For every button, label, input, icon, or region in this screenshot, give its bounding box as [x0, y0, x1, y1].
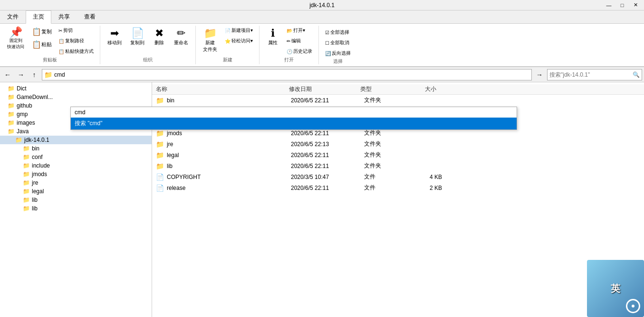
paste-shortcut-button[interactable]: 📋 粘贴快捷方式 [56, 47, 96, 56]
paste-button[interactable]: 📋 粘贴 [29, 39, 55, 50]
header-name[interactable]: 名称 [156, 85, 289, 93]
file-type: 文件 [364, 184, 402, 192]
new-item-button[interactable]: 📄 新建项目▾ [222, 26, 255, 35]
open-buttons: ℹ 属性 📂 打开▾ ✏ 编辑 🕐 历史记录 [263, 26, 315, 57]
scissors-icon: ✂ [58, 28, 62, 33]
forward-button[interactable]: → [15, 69, 27, 80]
tab-view[interactable]: 查看 [77, 10, 103, 23]
edit-button[interactable]: ✏ 编辑 [284, 36, 315, 46]
file-type: 文件夹 [364, 162, 402, 170]
file-type: 文件夹 [364, 96, 402, 104]
invert-selection-button[interactable]: 🔄 反向选择 [323, 49, 353, 58]
folder-icon: 📁 [23, 171, 30, 178]
copy-path-button[interactable]: 📋 复制路径 [56, 36, 96, 46]
sidebar-item-jdk[interactable]: 📁 jdk-14.0.1 [0, 136, 152, 144]
maximize-button[interactable]: □ [615, 0, 629, 10]
header-size[interactable]: 大小 [398, 85, 436, 93]
minimize-button[interactable]: — [602, 0, 615, 10]
new-folder-button[interactable]: 📁 新建文件夹 [200, 26, 221, 54]
refresh-button[interactable]: → [534, 69, 545, 80]
cut-button[interactable]: ✂ 剪切 [56, 26, 96, 35]
folder-icon: 📁 [23, 162, 30, 169]
new-label: 新建 [223, 57, 232, 64]
open-button[interactable]: 📂 打开▾ [284, 26, 315, 35]
clipboard-label: 剪贴板 [43, 57, 57, 64]
folder-icon: 📁 [156, 162, 164, 170]
back-button[interactable]: ← [2, 69, 13, 80]
sidebar-item-jre[interactable]: 📁 jre [0, 178, 152, 187]
sidebar-item-legal[interactable]: 📁 legal [0, 187, 152, 196]
address-input[interactable] [54, 71, 529, 78]
paste-shortcut-icon: 📋 [58, 49, 64, 54]
file-date: 2020/3/5 10:47 [291, 174, 362, 180]
file-date: 2020/6/5 22:11 [291, 152, 362, 158]
history-button[interactable]: 🕐 历史记录 [284, 47, 315, 56]
select-none-button[interactable]: ☐ 全部取消 [323, 38, 352, 48]
file-date: 2020/6/5 22:11 [291, 130, 362, 137]
file-date: 2020/6/5 22:11 [291, 163, 362, 169]
close-button[interactable]: ✕ [629, 0, 642, 10]
sidebar-item-jmods[interactable]: 📁 jmods [0, 170, 152, 178]
folder-icon: 📁 [8, 119, 15, 126]
sidebar-item-bin[interactable]: 📁 bin [0, 144, 152, 153]
properties-button[interactable]: ℹ 属性 [263, 26, 282, 48]
file-type: 文件夹 [364, 140, 402, 148]
tab-home[interactable]: 主页 [26, 10, 51, 24]
move-icon: ➡ [110, 27, 119, 40]
pin-quick-access-button[interactable]: 📌 固定到快速访问 [4, 26, 28, 51]
ribbon-tabs: 文件 主页 共享 查看 [0, 10, 644, 24]
search-input[interactable] [549, 71, 633, 78]
sidebar-item-conf[interactable]: 📁 conf [0, 153, 152, 161]
address-bar: ← → ↑ 📁 → 🔍 [0, 67, 644, 82]
table-row[interactable]: 📁 legal 2020/6/5 22:11 文件夹 [152, 149, 644, 160]
file-size: 4 KB [404, 174, 442, 180]
up-button[interactable]: ↑ [29, 69, 40, 80]
file-type: 文件夹 [364, 151, 402, 159]
autocomplete-dropdown: cmd 搜索 "cmd" [70, 107, 517, 130]
tab-share[interactable]: 共享 [51, 10, 77, 23]
folder-icon: 📁 [23, 145, 30, 152]
clipboard-buttons: 📌 固定到快速访问 📋 复制 📋 粘贴 ✂ 剪切 [4, 26, 96, 57]
file-date: 2020/6/5 22:11 [291, 97, 362, 104]
sidebar-item-gamedownl[interactable]: 📁 GameDownl... [0, 93, 152, 101]
file-size: 2 KB [404, 185, 442, 191]
copy-to-button[interactable]: 📄 复制到 [127, 26, 148, 48]
copy-icon: 📋 [32, 27, 41, 36]
file-name: 📄 release [156, 184, 289, 192]
select-label: 选择 [333, 58, 343, 66]
table-row[interactable]: 📁 jre 2020/6/5 22:13 文件夹 [152, 139, 644, 149]
table-row[interactable]: 📄 COPYRIGHT 2020/3/5 10:47 文件 4 KB [152, 171, 644, 182]
organize-label: 组织 [143, 57, 153, 64]
tab-file[interactable]: 文件 [0, 10, 26, 23]
file-icon: 📄 [156, 173, 164, 181]
autocomplete-item-cmd[interactable]: cmd [71, 107, 517, 118]
sidebar-item-lib2[interactable]: 📁 lib [0, 204, 152, 213]
rename-button[interactable]: ✏ 重命名 [171, 26, 192, 48]
copy-button[interactable]: 📋 复制 [29, 26, 55, 38]
sidebar-item-dict[interactable]: 📁 Dict [0, 84, 152, 93]
copy-to-icon: 📄 [131, 27, 144, 40]
delete-button[interactable]: ✖ 删除 [150, 26, 169, 48]
open-label: 打开 [284, 57, 294, 64]
folder-icon: 📁 [156, 151, 164, 159]
sidebar-item-include[interactable]: 📁 include [0, 161, 152, 170]
autocomplete-item-search[interactable]: 搜索 "cmd" [71, 118, 517, 129]
header-type[interactable]: 类型 [360, 85, 398, 93]
file-type: 文件夹 [364, 129, 402, 137]
folder-icon: 📁 [156, 97, 164, 104]
file-name: 📁 jre [156, 140, 289, 148]
decoration-widget: 英 [587, 260, 644, 317]
table-row[interactable]: 📁 lib 2020/6/5 22:11 文件夹 [152, 160, 644, 171]
header-date[interactable]: 修改日期 [289, 85, 360, 93]
file-name: 📁 bin [156, 97, 289, 104]
table-row[interactable]: 📄 release 2020/6/5 22:11 文件 2 KB [152, 182, 644, 193]
select-all-button[interactable]: ☑ 全部选择 [323, 28, 352, 37]
ribbon-group-new: 📁 新建文件夹 📄 新建项目▾ ⭐ 轻松访问▾ 新建 [196, 26, 260, 64]
search-icon: 🔍 [633, 71, 640, 78]
select-none-icon: ☐ [325, 40, 329, 46]
table-row[interactable]: 📁 bin 2020/6/5 22:11 文件夹 [152, 95, 644, 106]
move-to-button[interactable]: ➡ 移动到 [104, 26, 125, 48]
organize-buttons: ➡ 移动到 📄 复制到 ✖ 删除 ✏ 重命名 [104, 26, 192, 57]
easy-access-button[interactable]: ⭐ 轻松访问▾ [222, 36, 255, 46]
sidebar-item-lib[interactable]: 📁 lib [0, 196, 152, 204]
